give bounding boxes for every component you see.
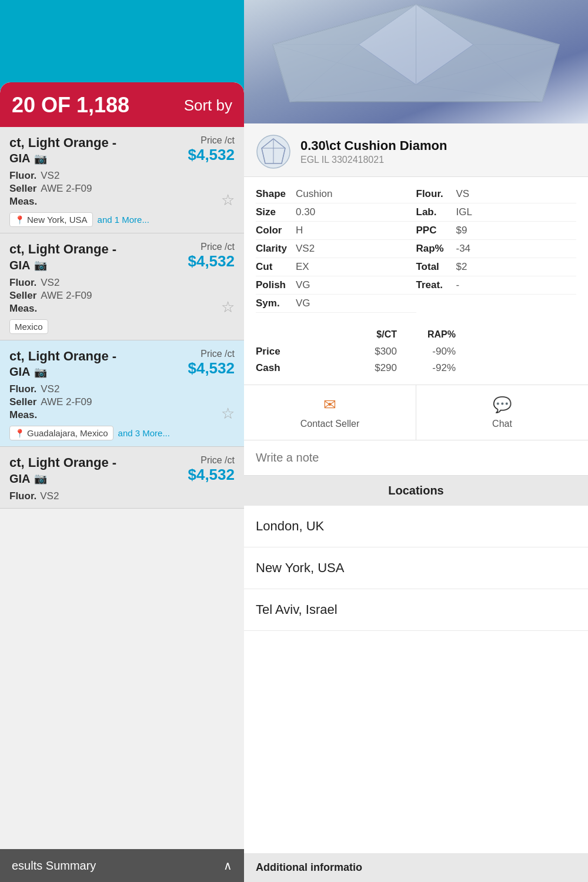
locations-title: Locations <box>256 484 576 497</box>
spec-row-total: Total $2 <box>416 258 577 276</box>
list-item[interactable]: ct, Light Orange - GIA 📷 Price /ct $4,53… <box>0 447 244 508</box>
spec-label: Sym. <box>256 298 291 309</box>
contact-seller-label: Contact Seller <box>300 419 360 429</box>
favorite-icon[interactable]: ☆ <box>215 299 235 315</box>
location-row: 📍 Guadalajara, Mexico and 3 More... <box>9 426 235 440</box>
item-details: Fluor. Seller Meas. VS2 AWE 2-F09 <box>9 383 92 421</box>
camera-icon: 📷 <box>34 259 47 272</box>
location-text: New York, USA <box>27 215 88 225</box>
location-list: London, UK New York, USA Tel Aviv, Israe… <box>244 506 588 853</box>
list-item[interactable]: ct, Light Orange - GIA 📷 Price /ct $4,53… <box>0 233 244 340</box>
spec-row-polish: Polish VG <box>256 276 416 295</box>
price-col: Price /ct $4,532 <box>188 455 235 484</box>
favorite-icon[interactable]: ☆ <box>215 192 235 208</box>
spec-value: - <box>456 279 460 291</box>
item-row: ct, Light Orange - GIA 📷 Price /ct $4,53… <box>9 349 235 379</box>
detail-values: VS2 AWE 2-F09 <box>41 170 92 208</box>
product-detail-section: 0.30\ct Cushion Diamon EGL IL 3302418021 <box>244 123 588 177</box>
location-tag: 📍 Guadalajara, Mexico <box>9 426 113 440</box>
item-title: ct, Light Orange - <box>9 455 188 470</box>
left-panel: 20 OF 1,188 Sort by ct, Light Orange - G… <box>0 0 244 882</box>
spec-value: VG <box>296 298 310 309</box>
price-label: Price /ct <box>188 135 235 146</box>
price-label: Price /ct <box>188 242 235 252</box>
spec-value: H <box>296 225 303 236</box>
results-summary-bar[interactable]: esults Summary ∧ <box>0 849 244 882</box>
item-details-row: Fluor. VS2 <box>9 486 235 502</box>
specs-grid: Shape Cushion Size 0.30 Color H Clarity … <box>256 185 576 313</box>
product-cert: EGL IL 3302418021 <box>300 155 576 165</box>
chat-label: Chat <box>492 419 512 429</box>
meas-label: Meas. <box>9 303 37 315</box>
item-details: Fluor. Seller Meas. VS2 AWE 2-F09 <box>9 277 92 315</box>
item-details: Fluor. VS2 <box>9 490 59 502</box>
item-title: ct, Light Orange - <box>9 135 188 151</box>
favorite-icon[interactable]: ☆ <box>215 406 235 421</box>
fluor-label: Fluor. <box>9 170 37 182</box>
spec-value: EX <box>296 261 309 273</box>
spec-label: Shape <box>256 188 291 200</box>
more-link[interactable]: and 3 More... <box>118 428 170 438</box>
chevron-up-icon: ∧ <box>223 858 232 873</box>
pricing-val-price-ct: $300 <box>338 346 397 358</box>
fluor-label: Fluor. <box>9 490 36 502</box>
locations-header: Locations <box>244 476 588 506</box>
location-tag: 📍 New York, USA <box>9 212 93 227</box>
list-item: New York, USA <box>244 547 588 589</box>
cert-label: GIA <box>9 365 31 379</box>
spec-label: Size <box>256 206 291 218</box>
spec-value: -34 <box>456 243 471 255</box>
seller-label: Seller <box>9 290 37 302</box>
pricing-label-cash: Cash <box>256 362 338 374</box>
price-label: Price /ct <box>188 455 235 466</box>
spec-value: VG <box>296 279 310 291</box>
price-value: $4,532 <box>188 466 235 484</box>
contact-seller-button[interactable]: ✉ Contact Seller <box>244 385 416 440</box>
spec-row-clarity: Clarity VS2 <box>256 240 416 258</box>
chat-button[interactable]: 💬 Chat <box>416 385 588 440</box>
diamond-hero-image <box>244 0 588 123</box>
right-panel: 0.30\ct Cushion Diamon EGL IL 3302418021… <box>244 0 588 882</box>
item-details-row: Fluor. Seller Meas. VS2 AWE 2-F09 ☆ <box>9 379 235 421</box>
additional-info-title: Additional informatio <box>256 861 362 873</box>
spec-label: Polish <box>256 279 291 291</box>
item-row: ct, Light Orange - GIA 📷 Price /ct $4,53… <box>9 455 235 485</box>
meas-value <box>41 409 92 421</box>
detail-labels: Fluor. Seller Meas. <box>9 277 37 315</box>
specs-section: Shape Cushion Size 0.30 Color H Clarity … <box>244 177 588 321</box>
detail-values: VS2 AWE 2-F09 <box>41 383 92 421</box>
seller-value: AWE 2-F09 <box>41 396 92 408</box>
price-value: $4,532 <box>188 252 235 270</box>
pricing-row-price: Price $300 -90% <box>256 343 576 360</box>
location-tag: Mexico <box>9 319 48 334</box>
spec-label: Rap% <box>416 243 452 255</box>
item-cert: GIA 📷 <box>9 472 188 486</box>
more-link[interactable]: and 1 More... <box>98 215 149 225</box>
note-input[interactable] <box>256 451 576 465</box>
location-row: Mexico <box>9 319 235 334</box>
results-count: 20 OF 1,188 <box>12 93 129 118</box>
pricing-row-cash: Cash $290 -92% <box>256 360 576 376</box>
list-item[interactable]: ct, Light Orange - GIA 📷 Price /ct $4,53… <box>0 127 244 233</box>
sort-by-button[interactable]: Sort by <box>184 96 232 115</box>
product-title: 0.30\ct Cushion Diamon <box>300 138 576 153</box>
location-text: Guadalajara, Mexico <box>27 428 108 438</box>
item-details-row: Fluor. Seller Meas. VS2 AWE 2-F09 ☆ <box>9 165 235 208</box>
fluor-value: VS2 <box>41 277 92 289</box>
spec-row-lab: Lab. IGL <box>416 203 577 222</box>
seller-label: Seller <box>9 183 37 195</box>
spec-value: $9 <box>456 225 467 236</box>
spec-value: IGL <box>456 206 472 218</box>
spec-label: Treat. <box>416 279 452 291</box>
list-item[interactable]: ct, Light Orange - GIA 📷 Price /ct $4,53… <box>0 340 244 447</box>
item-title: ct, Light Orange - <box>9 242 188 257</box>
price-label: Price /ct <box>188 349 235 359</box>
item-left: ct, Light Orange - GIA 📷 <box>9 455 188 485</box>
spec-value: 0.30 <box>296 206 315 218</box>
item-row: ct, Light Orange - GIA 📷 Price /ct $4,53… <box>9 135 235 165</box>
pricing-val-cash-ct: $290 <box>338 362 397 374</box>
item-cert: GIA 📷 <box>9 259 188 272</box>
spec-label: Cut <box>256 261 291 273</box>
spec-row-flour: Flour. VS <box>416 185 577 203</box>
item-title: ct, Light Orange - <box>9 349 188 364</box>
